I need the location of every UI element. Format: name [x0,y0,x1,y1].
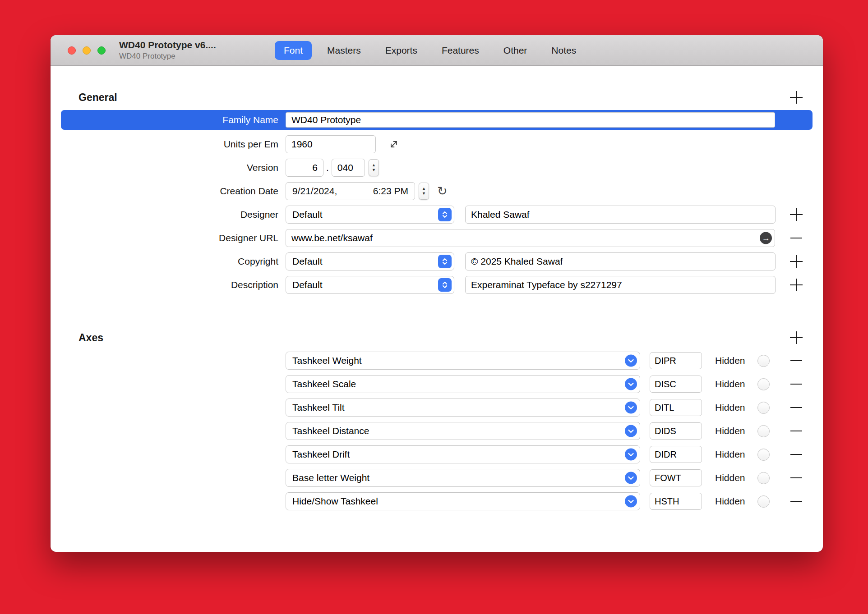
units-per-em-input[interactable] [286,135,376,153]
remove-axis-button[interactable] [790,354,803,367]
axis-name: Base letter Weight [292,472,369,483]
axis-tag-input[interactable] [650,469,702,486]
add-copyright-button[interactable] [790,255,803,268]
popup-chevrons-icon [438,208,452,221]
description-popup-value: Default [292,280,323,290]
remove-designer-url-button[interactable] [790,231,803,245]
designer-url-input[interactable] [286,229,775,247]
general-section-header: General [51,87,823,107]
axis-name-popup[interactable]: Tashkeel Weight [286,352,640,370]
hidden-checkbox[interactable] [757,378,770,390]
axes-heading: Axes [78,332,103,344]
popup-chevrons-icon [438,255,452,268]
axis-name-popup[interactable]: Hide/Show Tashkeel [286,492,640,510]
remove-axis-button[interactable] [790,377,803,391]
description-input[interactable] [465,276,776,294]
chevron-down-icon [625,378,637,390]
remove-axis-button[interactable] [790,471,803,485]
axis-name-popup[interactable]: Base letter Weight [286,469,640,487]
hidden-checkbox[interactable] [757,495,770,508]
creation-date-field[interactable]: 9/21/2024, 6:23 PM [286,182,415,200]
add-axis-button[interactable] [790,331,803,344]
designer-localization-popup[interactable]: Default [286,206,454,224]
axis-tag-input[interactable] [650,422,702,440]
hidden-checkbox[interactable] [757,355,770,367]
version-major-input[interactable] [286,159,323,177]
window-subtitle: WD40 Prototype [119,52,216,61]
designer-url-label: Designer URL [51,233,278,243]
scale-upm-icon[interactable] [388,139,399,150]
hidden-label: Hidden [715,449,745,460]
tab-exports[interactable]: Exports [376,41,426,60]
stepper-up-icon[interactable]: ▲ [372,163,376,168]
designer-label: Designer [51,209,278,220]
copyright-localization-popup[interactable]: Default [286,252,454,270]
axis-name-popup[interactable]: Tashkeel Distance [286,422,640,440]
tab-masters[interactable]: Masters [318,41,370,60]
creation-date-stepper[interactable]: ▲ ▼ [419,183,429,200]
family-name-row[interactable]: Family Name [61,110,813,130]
chevron-down-icon [625,472,637,484]
axis-tag-input[interactable] [650,493,702,510]
open-url-icon[interactable]: → [760,232,772,244]
axis-name-popup[interactable]: Tashkeel Tilt [286,399,640,417]
general-heading: General [78,92,117,104]
description-localization-popup[interactable]: Default [286,276,454,294]
axis-tag-input[interactable] [650,352,702,369]
window-titles: WD40 Prototype v6.... WD40 Prototype [119,40,216,61]
tab-font[interactable]: Font [275,41,312,60]
chevron-down-icon [625,449,637,461]
axis-row: Base letter Weight Hidden [51,469,823,487]
hidden-checkbox[interactable] [757,425,770,437]
creation-time-value[interactable]: 6:23 PM [373,186,408,197]
tab-features[interactable]: Features [433,41,488,60]
hidden-checkbox[interactable] [757,402,770,414]
window-title: WD40 Prototype v6.... [119,40,216,50]
refresh-date-icon[interactable]: ↻ [437,185,448,197]
description-label: Description [51,280,278,290]
copyright-row: Copyright Default [51,252,823,270]
hidden-checkbox[interactable] [757,449,770,461]
version-minor-input[interactable] [332,159,365,177]
axis-name: Tashkeel Distance [292,426,369,436]
axis-name-popup[interactable]: Tashkeel Drift [286,445,640,463]
minus-icon [790,431,802,431]
minus-icon [790,238,802,238]
axis-row: Tashkeel Drift Hidden [51,445,823,463]
minimize-window-button[interactable] [83,46,91,55]
version-stepper[interactable]: ▲ ▼ [369,159,379,176]
remove-axis-button[interactable] [790,424,803,438]
add-designer-button[interactable] [790,208,803,221]
close-window-button[interactable] [68,46,76,55]
chevron-down-icon [625,495,637,508]
tab-notes[interactable]: Notes [542,41,585,60]
remove-axis-button[interactable] [790,495,803,508]
creation-date-value[interactable]: 9/21/2024, [292,186,337,197]
add-general-property-button[interactable] [790,91,803,104]
add-description-button[interactable] [790,278,803,292]
hidden-checkbox[interactable] [757,472,770,484]
stepper-down-icon[interactable]: ▼ [372,168,376,173]
axis-row: Tashkeel Scale Hidden [51,375,823,393]
family-name-input[interactable] [286,112,775,128]
remove-axis-button[interactable] [790,448,803,461]
desktop: { "window": { "title": "WD40 Prototype v… [0,0,868,614]
stepper-up-icon[interactable]: ▲ [422,186,426,191]
axis-name: Tashkeel Scale [292,379,356,389]
axis-name-popup[interactable]: Tashkeel Scale [286,375,640,393]
tab-other[interactable]: Other [494,41,536,60]
stepper-down-icon[interactable]: ▼ [422,191,426,196]
axis-tag-input[interactable] [650,446,702,463]
minus-icon [790,384,802,385]
axis-tag-input[interactable] [650,376,702,393]
remove-axis-button[interactable] [790,401,803,414]
axis-tag-input[interactable] [650,399,702,416]
version-label: Version [51,162,278,173]
axis-name: Tashkeel Drift [292,449,350,460]
plus-icon [790,279,803,291]
hidden-label: Hidden [715,496,745,507]
zoom-window-button[interactable] [97,46,106,55]
axes-section-header: Axes [51,328,823,348]
designer-name-input[interactable] [465,206,776,224]
copyright-input[interactable] [465,252,776,270]
